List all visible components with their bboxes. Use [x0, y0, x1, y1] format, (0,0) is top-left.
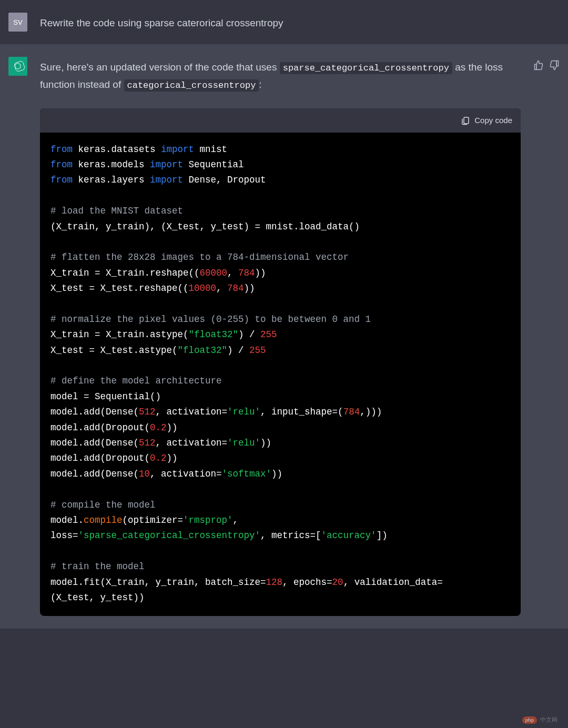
code-block: Copy code from keras.datasets import mni…	[40, 108, 521, 616]
user-message-content: Rewrite the code using sparse caterorica…	[40, 13, 526, 32]
assistant-message-row: Sure, here's an updated version of the c…	[0, 44, 568, 629]
code-body[interactable]: from keras.datasets import mnist from ke…	[40, 133, 521, 616]
thumbs-up-icon[interactable]	[533, 60, 544, 70]
openai-logo-icon	[11, 59, 25, 73]
assistant-text-3: :	[259, 79, 261, 90]
user-avatar: SV	[8, 13, 27, 32]
user-message-row: SV Rewrite the code using sparse cateror…	[0, 0, 568, 44]
copy-code-label: Copy code	[474, 114, 512, 127]
inline-code-categorical: categorical_crossentropy	[124, 79, 259, 92]
user-avatar-initials: SV	[13, 18, 22, 26]
thumbs-down-icon[interactable]	[549, 60, 560, 70]
user-message-text: Rewrite the code using sparse caterorica…	[40, 17, 283, 28]
svg-rect-0	[464, 117, 469, 124]
copy-code-button[interactable]: Copy code	[461, 114, 512, 127]
code-header: Copy code	[40, 108, 521, 133]
clipboard-icon	[461, 116, 470, 125]
assistant-avatar	[8, 57, 27, 76]
inline-code-sparse: sparse_categorical_crossentropy	[280, 62, 452, 74]
assistant-message-content: Sure, here's an updated version of the c…	[40, 57, 521, 616]
feedback-icons	[533, 57, 560, 616]
assistant-text-1: Sure, here's an updated version of the c…	[40, 62, 280, 73]
assistant-intro: Sure, here's an updated version of the c…	[40, 59, 521, 94]
